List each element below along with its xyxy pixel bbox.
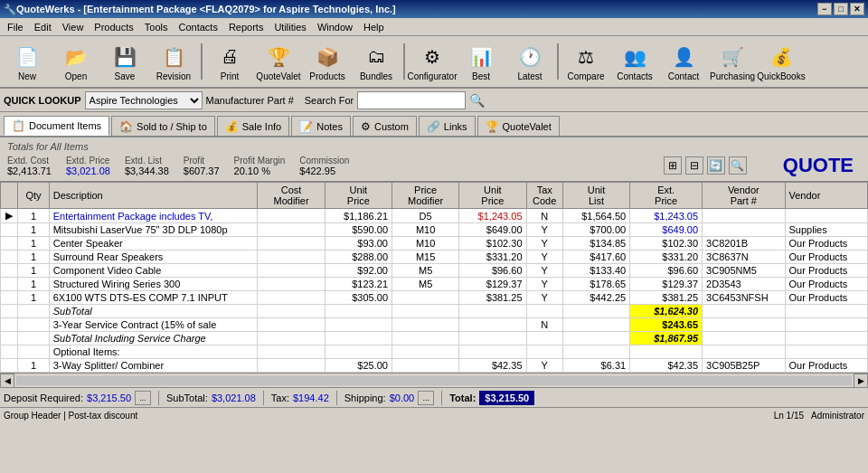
scroll-left-btn[interactable]: ◀ [0,374,14,388]
toolbar-btn-latest[interactable]: 🕐Latest [506,38,553,85]
table-row[interactable]: 16X100 WTS DTS-ES COMP 7.1 INPUT$305.00$… [1,291,868,305]
col-qty: Qty [18,183,49,209]
tab-quotevalet[interactable]: 🏆QuoteValet [477,116,560,136]
toolbar-btn-revision[interactable]: 📋Revision [150,38,197,85]
row-ext-price [630,345,703,359]
tab-links[interactable]: 🔗Links [419,116,476,136]
table-row[interactable]: 1Mitsubishi LaserVue 75" 3D DLP 1080p$59… [1,223,868,237]
scroll-right-btn[interactable]: ▶ [854,374,868,388]
menu-item-edit[interactable]: Edit [29,20,57,34]
toolbar-btn-configurator[interactable]: ⚙Configurator [409,38,456,85]
row-arrow [1,291,18,305]
user-info: Administrator [811,411,864,421]
tab-icon: ⚙ [361,120,371,133]
tab-label: QuoteValet [503,121,552,132]
maximize-btn[interactable]: □ [834,3,848,15]
tab-document-items[interactable]: 📋Document Items [4,116,109,136]
quickbooks-label: QuickBooks [757,71,805,81]
menu-item-utilities[interactable]: Utilities [269,20,311,34]
search-input[interactable] [357,91,466,109]
toolbar-btn-quotevalet[interactable]: 🏆QuoteValet [255,38,302,85]
table-tool-icon-3[interactable]: 🔍 [729,156,747,175]
row-arrow [1,318,18,332]
tab-label: Document Items [29,120,101,131]
table-container[interactable]: Qty Description CostModifier UnitPrice P… [0,182,868,373]
toolbar-btn-contacts[interactable]: 👥Contacts [611,38,658,85]
menu-item-products[interactable]: Products [89,20,138,34]
menu-item-file[interactable]: File [2,20,29,34]
minimize-btn[interactable]: − [817,3,832,15]
row-tax-code: Y [526,278,562,291]
toolbar-btn-best[interactable]: 📊Best [458,38,505,85]
table-row[interactable]: ▶1Entertainment Package includes TV,$1,1… [1,209,868,223]
search-icon[interactable]: 🔍 [469,93,485,108]
row-vendor-part [703,223,785,237]
row-tax-code: Y [526,291,562,305]
table-row[interactable]: 13-Way Splitter/ Combiner$25.00$42.35Y$6… [1,359,868,373]
horizontal-scrollbar[interactable]: ◀ ▶ [0,373,868,387]
row-vendor: Our Products [785,291,867,305]
toolbar-btn-save[interactable]: 💾Save [101,38,148,85]
row-cost-modifier [258,291,325,305]
col-unit-price: UnitPrice [459,183,526,209]
contact-label: Contact [668,71,699,81]
company-select[interactable]: Aspire Technologies [85,91,203,109]
deposit-btn[interactable]: ... [135,391,151,405]
row-vendor [785,305,867,318]
table-row[interactable]: 1Structured Wiring Series 300$123.21M5$1… [1,278,868,291]
table-tool-icon-0[interactable]: ⊞ [664,156,682,175]
row-unit-price: $102.30 [459,237,526,251]
toolbar-separator-8 [403,43,405,80]
table-row[interactable]: SubTotal$1,624.30 [1,305,868,318]
row-ext-price: $129.37 [630,278,703,291]
menu-item-reports[interactable]: Reports [223,20,269,34]
row-price-modifier: M5 [392,264,459,278]
total-item-extd-price: Extd. Price$3,021.08 [66,156,110,176]
tab-notes[interactable]: 📝Notes [291,116,351,136]
table-tool-icon-2[interactable]: 🔄 [707,156,725,175]
row-qty [18,318,49,332]
shipping-btn[interactable]: ... [418,391,434,405]
row-unit-cost: $590.00 [325,223,392,237]
table-row[interactable]: 1Surround Rear Speakers$288.00M15$331.20… [1,251,868,264]
menu-item-view[interactable]: View [57,20,90,34]
tab-sale-info[interactable]: 💰Sale Info [217,116,289,136]
quick-lookup-label: QUICK LOOKUP [4,95,81,106]
toolbar-btn-purchasing[interactable]: 🛒Purchasing [709,38,756,85]
sep2 [263,391,264,405]
save-icon: 💾 [110,43,139,71]
tab-custom[interactable]: ⚙Custom [353,116,417,136]
menu-item-window[interactable]: Window [312,20,358,34]
total-value: $3,344.38 [125,166,169,176]
menu-item-contacts[interactable]: Contacts [173,20,222,34]
row-unit-price: $381.25 [459,291,526,305]
toolbar-btn-quickbooks[interactable]: 💰QuickBooks [758,38,805,85]
toolbar-btn-new[interactable]: 📄New [4,38,51,85]
toolbar-btn-products[interactable]: 📦Products [304,38,351,85]
toolbar-btn-contact[interactable]: 👤Contact [660,38,707,85]
row-arrow [1,223,18,237]
close-btn[interactable]: ✕ [850,3,864,15]
table-row[interactable]: Optional Items: [1,345,868,359]
toolbar-btn-bundles[interactable]: 🗂Bundles [353,38,400,85]
table-row[interactable]: SubTotal Including Service Charge$1,867.… [1,332,868,345]
quick-lookup-bar: QUICK LOOKUP Aspire Technologies Manufac… [0,89,868,112]
scroll-track[interactable] [16,376,852,385]
menu-item-tools[interactable]: Tools [139,20,174,34]
toolbar-btn-compare[interactable]: ⚖Compare [562,38,609,85]
toolbar-btn-print[interactable]: 🖨Print [206,38,253,85]
toolbar-btn-open[interactable]: 📂Open [52,38,99,85]
tax-label: Tax: [271,393,289,403]
row-cost-modifier [258,318,325,332]
row-description: Surround Rear Speakers [49,251,258,264]
menu-item-help[interactable]: Help [358,20,390,34]
table-tool-icon-1[interactable]: ⊟ [685,156,703,175]
row-vendor-part: 3C6453NFSH [703,291,785,305]
quotevalet-label: QuoteValet [256,71,300,81]
table-row[interactable]: 1Component Video Cable$92.00M5$96.60Y$13… [1,264,868,278]
tab-sold-to-ship-to[interactable]: 🏠Sold to / Ship to [111,116,215,136]
table-row[interactable]: 3-Year Service Contract (15% of saleN$24… [1,318,868,332]
table-row[interactable]: 1Center Speaker$93.00M10$102.30Y$134.85$… [1,237,868,251]
row-vendor-part: 3C8201B [703,237,785,251]
col-cost-modifier: CostModifier [258,183,325,209]
